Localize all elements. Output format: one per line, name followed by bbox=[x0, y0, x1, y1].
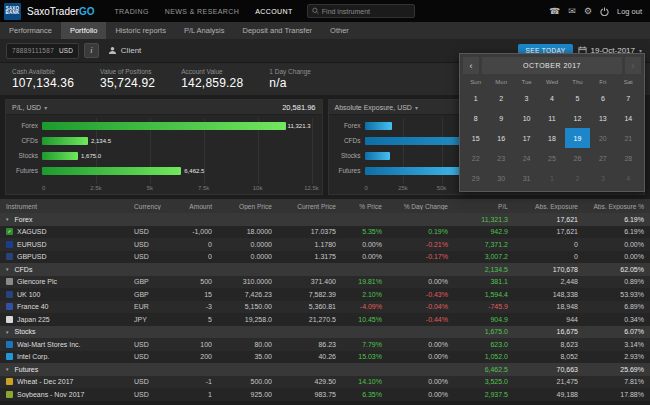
calendar-day: 29 bbox=[463, 168, 488, 188]
cell-price-pct: 2.10% bbox=[342, 291, 388, 298]
calendar-next-month-button[interactable]: › bbox=[625, 57, 641, 74]
position-row[interactable]: GBPUSDUSD00.00001.31750.00%-0.17%3,007.2… bbox=[0, 251, 650, 264]
axis-tick-label: 12.5k bbox=[304, 185, 319, 191]
cell-open-price: 5,150.00 bbox=[218, 303, 278, 310]
search-input[interactable] bbox=[322, 8, 410, 15]
account-selector[interactable]: 78889111587 USD bbox=[6, 43, 79, 59]
calendar-day[interactable]: 4 bbox=[539, 88, 564, 108]
column-header-day-change[interactable]: % Day Change bbox=[388, 203, 454, 210]
calendar-day[interactable]: 16 bbox=[488, 128, 513, 148]
column-header-price[interactable]: % Price bbox=[342, 203, 388, 210]
settings-gear-icon[interactable]: ⚙ bbox=[584, 7, 592, 16]
instrument-cell: Wal-Mart Stores Inc. bbox=[0, 341, 128, 348]
calendar-day[interactable]: 5 bbox=[565, 88, 590, 108]
axis-spacer bbox=[8, 184, 42, 194]
column-header-abs-exposure[interactable]: Abs. Exposure % bbox=[584, 203, 650, 210]
position-row[interactable]: Glencore PlcGBP500310.0000371.40019.81%0… bbox=[0, 276, 650, 289]
account-info-button[interactable]: i bbox=[84, 43, 99, 58]
nav-item-trading[interactable]: TRADING bbox=[106, 0, 156, 22]
position-row[interactable]: France 40EUR-35,150.005,360.81-4.09%-0.0… bbox=[0, 301, 650, 314]
column-header-instrument[interactable]: Instrument bbox=[0, 203, 128, 210]
calendar-day[interactable]: 7 bbox=[616, 88, 641, 108]
position-row[interactable]: UK 100GBP157,426.237,582.392.10%-0.43%1,… bbox=[0, 288, 650, 301]
nav-item-news-research[interactable]: NEWS & RESEARCH bbox=[157, 0, 247, 22]
calendar-day[interactable]: 2 bbox=[488, 88, 513, 108]
calendar-day[interactable]: 18 bbox=[539, 128, 564, 148]
calendar-day[interactable]: 9 bbox=[488, 108, 513, 128]
tab-deposit-and-transfer[interactable]: Deposit and Transfer bbox=[233, 22, 321, 39]
instrument-cell: UK 100 bbox=[0, 291, 128, 298]
calendar-day[interactable]: 14 bbox=[616, 108, 641, 128]
group-collapse-icon[interactable]: ▾ bbox=[6, 329, 9, 335]
calendar-prev-month-button[interactable]: ‹ bbox=[463, 57, 479, 74]
position-row[interactable]: Wheat - Dec 2017USD-1500.00429.5014.10%0… bbox=[0, 376, 650, 389]
calendar-day[interactable]: 13 bbox=[590, 108, 615, 128]
calendar-day[interactable]: 11 bbox=[539, 108, 564, 128]
nav-item-account[interactable]: ACCOUNT bbox=[247, 0, 300, 22]
column-header-abs-exposure[interactable]: Abs. Exposure bbox=[514, 203, 584, 210]
instrument-cell: GBPUSD bbox=[0, 253, 128, 260]
calendar-day[interactable]: 15 bbox=[463, 128, 488, 148]
position-row[interactable]: Soybeans - Nov 2017USD1925.00983.756.35%… bbox=[0, 388, 650, 401]
chart-title-dropdown[interactable]: P/L, USD▾ bbox=[12, 104, 47, 111]
cell-abs-exposure: 8,052 bbox=[514, 353, 584, 360]
group-row-stocks[interactable]: ▾Stocks1,675.016,6756.07% bbox=[0, 326, 650, 339]
calendar-day[interactable]: 8 bbox=[463, 108, 488, 128]
calendar-day[interactable]: 17 bbox=[514, 128, 539, 148]
logout-button[interactable]: Log out bbox=[617, 7, 642, 16]
chart-title-dropdown[interactable]: Absolute Exposure, USD▾ bbox=[335, 104, 418, 111]
calendar-day[interactable]: 1 bbox=[463, 88, 488, 108]
group-collapse-icon[interactable]: ▾ bbox=[6, 366, 9, 372]
group-row-forex[interactable]: ▾Forex11,321.317,6216.19% bbox=[0, 213, 650, 226]
column-header-current-price[interactable]: Current Price bbox=[278, 203, 342, 210]
group-row-futures[interactable]: ▾Futures6,462.570,66325.69% bbox=[0, 363, 650, 376]
phone-icon[interactable]: ☎ bbox=[549, 7, 560, 16]
position-row[interactable]: Wal-Mart Stores Inc.USD10080.0086.237.79… bbox=[0, 338, 650, 351]
cell-currency: GBP bbox=[128, 291, 172, 298]
group-collapse-icon[interactable]: ▾ bbox=[6, 266, 9, 272]
app-title-go: GO bbox=[79, 6, 95, 17]
position-row[interactable]: Japan 225JPY519,258.021,270.510.45%-0.44… bbox=[0, 313, 650, 326]
column-header-p-l[interactable]: P/L bbox=[454, 203, 514, 210]
group-pl: 11,321.3 bbox=[454, 216, 514, 223]
calendar-day[interactable]: 6 bbox=[590, 88, 615, 108]
search-box[interactable] bbox=[307, 4, 415, 18]
tab-portfolio[interactable]: Portfolio bbox=[61, 22, 107, 39]
power-icon[interactable] bbox=[600, 7, 609, 16]
column-header-currency[interactable]: Currency bbox=[128, 203, 172, 210]
instrument-cell: Glencore Plc bbox=[0, 278, 128, 285]
group-label: CFDs bbox=[15, 266, 33, 273]
stat-value: 107,134.36 bbox=[12, 76, 74, 90]
calendar-day[interactable]: 12 bbox=[565, 108, 590, 128]
group-collapse-icon[interactable]: ▾ bbox=[6, 216, 9, 222]
calendar-header: ‹ OCTOBER 2017 › bbox=[463, 57, 641, 74]
saxo-bank-logo[interactable]: SAXO BANK bbox=[4, 3, 21, 20]
bar-category-label: Stocks bbox=[8, 148, 42, 163]
calendar-day-selected[interactable]: 19 bbox=[565, 128, 590, 148]
cell-pl: 942.9 bbox=[454, 228, 514, 235]
calendar-day[interactable]: 10 bbox=[514, 108, 539, 128]
tab-p-l-analysis[interactable]: P/L Analysis bbox=[175, 22, 234, 39]
tab-other[interactable]: Other bbox=[321, 22, 358, 39]
app-title: SaxoTraderGO bbox=[27, 6, 94, 17]
client-selector[interactable]: Client bbox=[104, 46, 145, 55]
group-name-cell: ▾CFDs bbox=[0, 266, 128, 273]
column-header-open-price[interactable]: Open Price bbox=[218, 203, 278, 210]
column-header-amount[interactable]: Amount bbox=[172, 203, 218, 210]
position-row[interactable]: EURUSDUSD00.00001.17800.00%-0.21%7,371.2… bbox=[0, 238, 650, 251]
cell-day-change-pct: -0.43% bbox=[388, 291, 454, 298]
bar-forex bbox=[365, 122, 392, 130]
cell-abs-exposure: 148,338 bbox=[514, 291, 584, 298]
cell-currency: GBP bbox=[128, 278, 172, 285]
position-row[interactable]: ✓XAGUSDUSD-1,00018.000017.03755.35%0.19%… bbox=[0, 226, 650, 239]
group-row-cfds[interactable]: ▾CFDs2,134.5170,67862.05% bbox=[0, 263, 650, 276]
calendar-day: 31 bbox=[514, 168, 539, 188]
tab-performance[interactable]: Performance bbox=[0, 22, 61, 39]
bar-futures bbox=[42, 167, 181, 175]
calendar-day[interactable]: 3 bbox=[514, 88, 539, 108]
cell-current-price: 40.26 bbox=[278, 353, 342, 360]
position-row[interactable]: Intel Corp.USD20035.0040.2615.03%0.00%1,… bbox=[0, 351, 650, 364]
tab-historic-reports[interactable]: Historic reports bbox=[106, 22, 174, 39]
mail-icon[interactable]: ✉ bbox=[568, 7, 576, 16]
chevron-down-icon: ▾ bbox=[44, 104, 47, 111]
